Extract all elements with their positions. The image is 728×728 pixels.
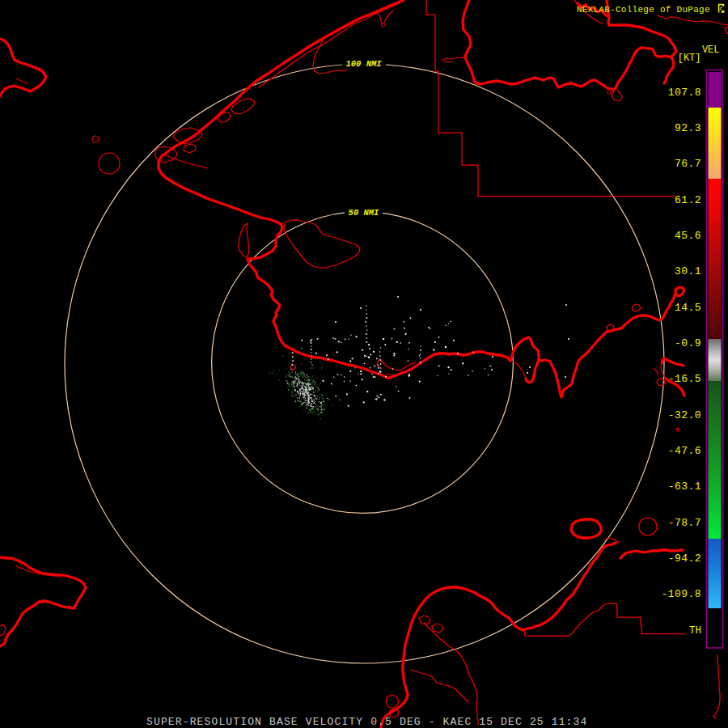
svg-text:SUPER-RESOLUTION BASE VELOCITY: SUPER-RESOLUTION BASE VELOCITY 0.5 DEG -… bbox=[146, 716, 587, 728]
svg-text:45.6: 45.6 bbox=[675, 230, 701, 242]
svg-text:-0.9: -0.9 bbox=[675, 337, 701, 349]
svg-text:92.3: 92.3 bbox=[675, 122, 701, 134]
svg-text:100 NMI: 100 NMI bbox=[345, 59, 382, 69]
svg-text:107.8: 107.8 bbox=[668, 87, 701, 99]
svg-text:76.7: 76.7 bbox=[675, 158, 701, 170]
svg-text:-47.6: -47.6 bbox=[668, 445, 701, 457]
svg-text:-94.2: -94.2 bbox=[668, 552, 701, 565]
svg-text:-63.1: -63.1 bbox=[668, 480, 701, 493]
svg-text:VEL: VEL bbox=[702, 44, 720, 56]
svg-text:-32.0: -32.0 bbox=[668, 409, 701, 421]
svg-text:14.5: 14.5 bbox=[675, 302, 701, 314]
svg-text:-78.7: -78.7 bbox=[668, 517, 701, 529]
svg-text:[KT]: [KT] bbox=[678, 53, 701, 64]
svg-text:61.2: 61.2 bbox=[675, 194, 701, 206]
svg-text:30.1: 30.1 bbox=[675, 265, 701, 277]
svg-text:-16.5: -16.5 bbox=[668, 373, 701, 385]
svg-text:-109.8: -109.8 bbox=[661, 588, 701, 600]
svg-text:50 NMI: 50 NMI bbox=[349, 208, 380, 218]
svg-text:NEXLAB-College of DuPage: NEXLAB-College of DuPage bbox=[577, 5, 710, 15]
svg-text:TH: TH bbox=[689, 625, 701, 637]
